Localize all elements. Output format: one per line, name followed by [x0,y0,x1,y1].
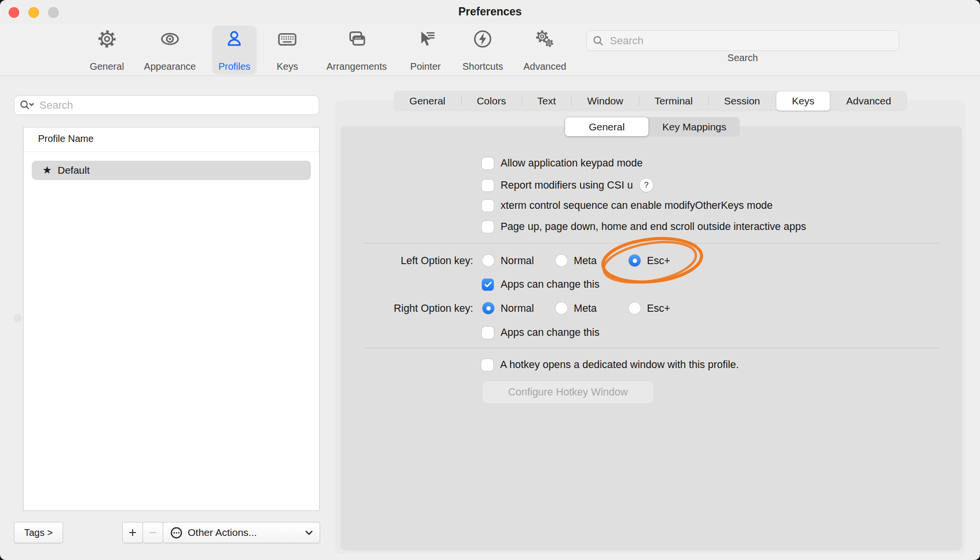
checkbox-label: Apps can change this [501,327,600,339]
modify-other-keys-checkbox[interactable] [482,200,494,212]
toolbar-search-field[interactable] [586,30,899,51]
subtab-key-mappings[interactable]: Key Mappings [649,117,740,137]
profiles-search-input[interactable] [39,99,314,112]
tab-terminal[interactable]: Terminal [639,91,709,111]
left-option-esc-radio[interactable] [629,255,641,267]
gear-icon [97,28,117,50]
checkbox-label: Page up, page down, home and end scroll … [501,221,806,233]
checkbox-row: Apps can change this [482,279,600,291]
toolbar-label: Pointer [410,61,440,72]
configure-hotkey-window-button[interactable]: Configure Hotkey Window [482,381,654,404]
allow-keypad-checkbox[interactable] [482,157,494,169]
tab-keys[interactable]: Keys [776,91,830,111]
remove-profile-button[interactable]: − [142,522,163,543]
tab-label: Session [724,95,760,107]
right-option-normal-radio[interactable] [482,302,494,314]
add-profile-button[interactable]: + [122,522,143,543]
keyboard-icon [277,28,297,50]
checkbox-label: A hotkey opens a dedicated window with t… [500,359,739,371]
checkbox-label: Apps can change this [501,279,600,291]
toolbar-label: Arrangements [326,61,387,72]
toolbar-item-advanced[interactable]: Advanced [517,25,573,75]
radio-label: Meta [574,255,597,267]
page-scroll-checkbox[interactable] [482,221,494,233]
bolt-icon [473,28,493,50]
toolbar-item-keys[interactable]: Keys [271,25,304,75]
header-divider [24,152,319,152]
tab-label: Text [537,95,556,107]
checkbox-label: Allow application keypad mode [501,157,643,169]
tab-label: Colors [477,95,506,107]
toolbar-item-pointer[interactable]: Pointer [404,25,447,75]
preferences-window: Preferences General Appearance [0,0,980,560]
right-option-key-label: Right Option key: [354,303,473,315]
tab-window[interactable]: Window [571,91,639,111]
left-option-normal-radio[interactable] [482,255,494,267]
subtab-label: General [589,121,625,133]
profiles-search-field[interactable] [14,95,319,115]
divider [363,348,939,348]
tab-label: Window [587,95,623,107]
title-bar: Preferences [0,0,980,24]
tab-session[interactable]: Session [709,91,776,111]
checkbox-label: Report modifiers using CSI u [501,179,633,191]
person-icon [224,28,245,50]
checkbox-row: A hotkey opens a dedicated window with t… [481,359,739,371]
page-title: Preferences [0,5,980,18]
other-actions-label: Other Actions... [188,527,257,538]
checkbox-label: xterm control sequence can enable modify… [501,200,773,212]
hotkey-window-checkbox[interactable] [481,359,493,371]
checkbox-row: Apps can change this [482,327,600,339]
cursor-icon [415,28,436,50]
windows-icon [347,28,367,50]
other-actions-dropdown[interactable]: Other Actions... [163,522,320,543]
right-option-meta-radio[interactable] [555,302,567,314]
subtab-general[interactable]: General [565,117,648,136]
radio-label: Esc+ [647,303,670,315]
left-apps-can-change-checkbox[interactable] [482,279,494,291]
toolbar-item-profiles[interactable]: Profiles [212,25,257,75]
tab-general[interactable]: General [394,91,461,111]
checkbox-row: xterm control sequence can enable modify… [482,200,773,212]
toolbar-label: Appearance [144,61,196,72]
circled-ellipsis-icon [170,526,183,539]
radio-label: Meta [574,303,597,315]
toolbar-label: General [90,61,124,72]
left-option-meta-radio[interactable] [555,255,567,267]
tab-text[interactable]: Text [522,91,572,111]
toolbar-item-general[interactable]: General [83,25,130,75]
splitter-handle-dot[interactable] [13,314,22,322]
tab-label: Keys [792,95,814,107]
profile-name-column-header: Profile Name [38,133,94,144]
tags-button-label: Tags > [24,527,52,538]
csi-u-checkbox[interactable] [482,179,494,191]
radio-label: Esc+ [647,255,670,267]
toolbar-label: Keys [277,61,298,72]
chevron-down-icon [305,530,313,535]
right-apps-can-change-checkbox[interactable] [482,327,494,339]
keys-subtabs: General Key Mappings [565,117,740,137]
preferences-toolbar: General Appearance Profiles [0,24,980,76]
tab-colors[interactable]: Colors [461,91,522,111]
toolbar-search-label: Search [727,52,758,64]
toolbar-item-shortcuts[interactable]: Shortcuts [456,25,509,75]
checkbox-row: Report modifiers using CSI u ? [482,178,653,192]
tab-label: Terminal [655,95,693,107]
tags-button[interactable]: Tags > [14,522,63,543]
toolbar-item-arrangements[interactable]: Arrangements [320,25,393,75]
checkbox-row: Allow application keypad mode [482,157,643,169]
right-option-esc-radio[interactable] [629,302,641,314]
eye-icon [160,28,180,50]
tab-advanced[interactable]: Advanced [830,91,907,111]
help-button[interactable]: ? [640,178,653,192]
toolbar-label: Profiles [219,61,251,72]
tab-label: Advanced [846,95,891,107]
profile-name: Default [58,165,90,176]
radio-label: Normal [501,255,534,267]
search-filter-icon [19,100,35,111]
profile-row-default[interactable]: ★ Default [32,161,311,180]
toolbar-item-appearance[interactable]: Appearance [138,25,202,75]
search-input[interactable] [609,34,893,48]
check-icon [484,281,492,288]
minus-icon: − [149,525,156,540]
